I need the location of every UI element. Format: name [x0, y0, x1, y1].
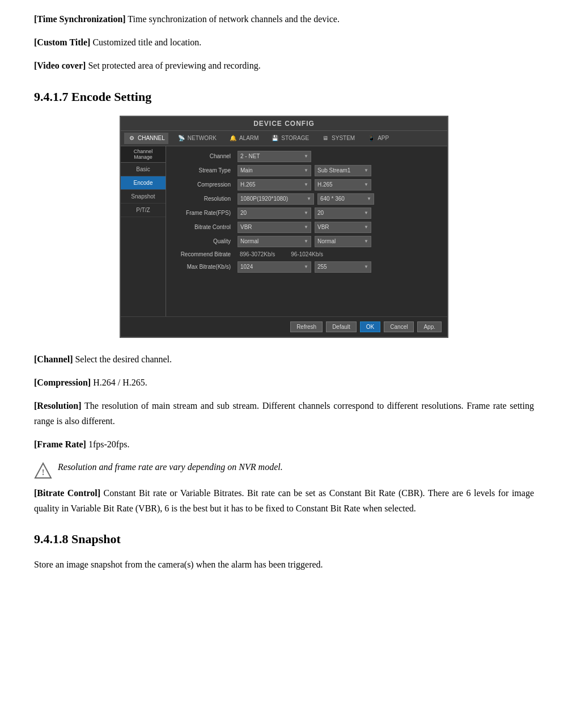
intro-custom-title: [Custom Title] Customized title and loca…	[34, 35, 534, 50]
compression-sub-value: H.265	[317, 181, 333, 188]
recommend-bitrate-sub: 96-1024Kb/s	[289, 250, 325, 259]
select-quality-sub[interactable]: Normal ▼	[315, 236, 371, 247]
btn-default[interactable]: Default	[326, 321, 357, 332]
dc-nav: ⚙ CHANNEL 📡 NETWORK 🔔 ALARM 💾 STORAGE 🖥 …	[121, 131, 447, 146]
device-config-container: DEVICE CONFIG ⚙ CHANNEL 📡 NETWORK 🔔 ALAR…	[34, 116, 534, 338]
label-quality: Quality	[172, 238, 234, 244]
select-quality-main[interactable]: Normal ▼	[238, 236, 311, 247]
bitrate-main-value: VBR	[240, 224, 252, 230]
alarm-nav-icon: 🔔	[229, 134, 237, 142]
desc-bitrate-control: [Bitrate Control] Constant Bit rate or V…	[34, 485, 534, 516]
fps-main-value: 20	[240, 210, 247, 216]
bitrate-sub-value: VBR	[317, 224, 329, 230]
bitrate-main-arrow: ▼	[304, 225, 308, 230]
intro-time-sync-text: Time synchronization of network channels…	[126, 14, 340, 24]
row-channel: Channel 2 - NET ▼	[172, 151, 442, 162]
channel-dropdown-arrow: ▼	[304, 154, 308, 159]
row-bitrate-control: Bitrate Control VBR ▼ VBR ▼	[172, 222, 442, 233]
max-bitrate-main-arrow: ▼	[304, 264, 308, 269]
select-channel-value: 2 - NET	[240, 153, 260, 159]
btn-refresh[interactable]: Refresh	[290, 321, 323, 332]
sidebar-item-basic[interactable]: Basic	[121, 163, 166, 176]
row-recommend-bitrate: Recommend Bitrate 896-3072Kb/s 96-1024Kb…	[172, 250, 442, 259]
channel-nav-label: CHANNEL	[138, 135, 165, 141]
app-nav-label: APP	[378, 135, 389, 141]
dc-sidebar-header: Channel Manage	[121, 146, 166, 163]
select-fps-sub[interactable]: 20 ▼	[315, 208, 371, 219]
app-nav-icon: 📱	[367, 134, 375, 142]
dc-nav-system[interactable]: 🖥 SYSTEM	[318, 133, 358, 144]
dc-nav-app[interactable]: 📱 APP	[364, 133, 392, 144]
desc-channel: [Channel] Select the desired channel.	[34, 352, 534, 367]
select-channel-main[interactable]: 2 - NET ▼	[238, 151, 311, 162]
row-max-bitrate: Max Bitrate(Kb/s) 1024 ▼ 255 ▼	[172, 261, 442, 273]
dc-nav-channel[interactable]: ⚙ CHANNEL	[124, 133, 168, 144]
dc-nav-storage[interactable]: 💾 STORAGE	[268, 133, 312, 144]
stream-sub-value: Sub Stream1	[317, 167, 350, 173]
stream-sub-arrow: ▼	[364, 168, 368, 173]
label-frame-rate: Frame Rate(FPS)	[172, 210, 234, 216]
select-max-bitrate-main[interactable]: 1024 ▼	[238, 261, 311, 273]
network-nav-label: NETWORK	[188, 135, 217, 141]
svg-text:!: !	[42, 468, 45, 477]
sidebar-item-ptz[interactable]: P/T/Z	[121, 204, 166, 217]
device-config: DEVICE CONFIG ⚙ CHANNEL 📡 NETWORK 🔔 ALAR…	[120, 116, 448, 338]
dc-main: Channel 2 - NET ▼ Stream Type Main ▼ Sub…	[166, 146, 447, 316]
row-compression: Compression H.265 ▼ H.265 ▼	[172, 179, 442, 191]
compression-main-arrow: ▼	[304, 182, 308, 187]
resolution-main-value: 1080P(1920*1080)	[240, 196, 288, 202]
desc-frame-rate: [Frame Rate] 1fps-20fps.	[34, 437, 534, 452]
desc-resolution: [Resolution] The resolution of main stre…	[34, 398, 534, 429]
stream-main-value: Main	[240, 167, 253, 173]
warning-text: Resolution and frame rate are vary depen…	[58, 460, 283, 474]
label-resolution: Resolution	[172, 196, 234, 202]
dc-title-bar: DEVICE CONFIG	[121, 117, 447, 131]
intro-time-sync-bold: [Time Synchronization]	[34, 14, 126, 24]
dc-body: Channel Manage Basic Encode Snapshot P/T…	[121, 146, 447, 316]
row-stream-type: Stream Type Main ▼ Sub Stream1 ▼	[172, 165, 442, 176]
resolution-sub-value: 640 * 360	[320, 196, 345, 202]
dc-footer: Refresh Default OK Cancel App.	[121, 316, 447, 337]
network-nav-icon: 📡	[177, 134, 185, 142]
resolution-main-arrow: ▼	[307, 196, 311, 201]
storage-nav-icon: 💾	[271, 134, 279, 142]
select-resolution-sub[interactable]: 640 * 360 ▼	[317, 193, 374, 205]
btn-cancel[interactable]: Cancel	[384, 321, 414, 332]
select-bitrate-main[interactable]: VBR ▼	[238, 222, 311, 233]
row-resolution: Resolution 1080P(1920*1080) ▼ 640 * 360 …	[172, 193, 442, 205]
btn-app[interactable]: App.	[417, 321, 442, 332]
label-bitrate-control: Bitrate Control	[172, 224, 234, 230]
select-compression-main[interactable]: H.265 ▼	[238, 179, 311, 191]
sidebar-item-encode[interactable]: Encode	[121, 176, 166, 190]
resolution-sub-arrow: ▼	[367, 196, 371, 201]
select-resolution-main[interactable]: 1080P(1920*1080) ▼	[238, 193, 314, 205]
intro-video-cover: [Video cover] Set protected area of prev…	[34, 58, 534, 73]
quality-sub-arrow: ▼	[364, 239, 368, 244]
fps-sub-value: 20	[317, 210, 324, 216]
desc-resolution-bold: [Resolution]	[34, 401, 82, 410]
compression-main-value: H.265	[240, 181, 256, 188]
desc-compression: [Compression] H.264 / H.265.	[34, 375, 534, 390]
select-stream-main[interactable]: Main ▼	[238, 165, 311, 176]
btn-ok[interactable]: OK	[360, 321, 380, 332]
max-bitrate-sub-value: 255	[317, 264, 327, 270]
storage-nav-label: STORAGE	[281, 135, 309, 141]
intro-time-sync: [Time Synchronization] Time synchronizat…	[34, 11, 534, 27]
intro-custom-title-bold: [Custom Title]	[34, 37, 90, 47]
select-fps-main[interactable]: 20 ▼	[238, 208, 311, 219]
max-bitrate-main-value: 1024	[240, 264, 253, 270]
warning-row: ! Resolution and frame rate are vary dep…	[34, 460, 534, 480]
select-stream-sub[interactable]: Sub Stream1 ▼	[315, 165, 371, 176]
dc-nav-alarm[interactable]: 🔔 ALARM	[226, 133, 262, 144]
dc-nav-network[interactable]: 📡 NETWORK	[174, 133, 220, 144]
dc-sidebar: Channel Manage Basic Encode Snapshot P/T…	[121, 146, 166, 316]
select-max-bitrate-sub[interactable]: 255 ▼	[315, 261, 371, 273]
sidebar-item-snapshot[interactable]: Snapshot	[121, 190, 166, 204]
select-bitrate-sub[interactable]: VBR ▼	[315, 222, 371, 233]
channel-nav-icon: ⚙	[128, 134, 135, 142]
intro-custom-title-text: Customized title and location.	[90, 37, 201, 47]
select-compression-sub[interactable]: H.265 ▼	[315, 179, 371, 191]
label-max-bitrate: Max Bitrate(Kb/s)	[172, 264, 234, 270]
bitrate-sub-arrow: ▼	[364, 225, 368, 230]
stream-main-arrow: ▼	[304, 168, 308, 173]
